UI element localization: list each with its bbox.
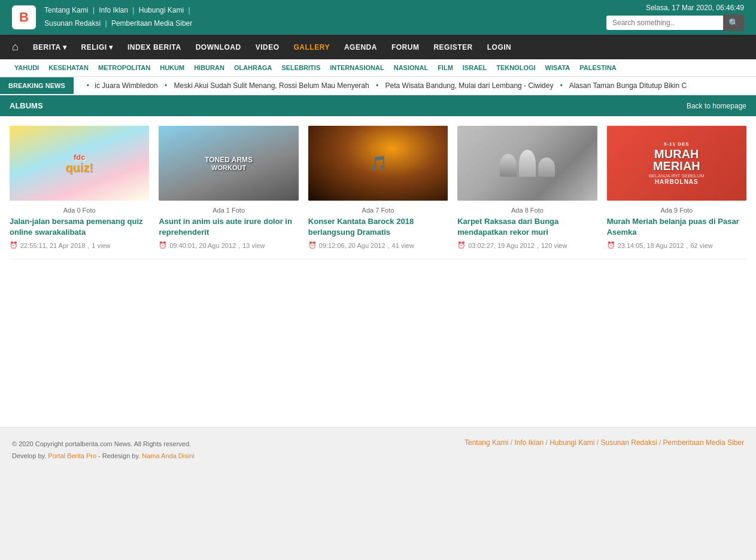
- album-views-2: 13 view: [242, 242, 265, 249]
- album-title-3[interactable]: Konser Kantata Barock 2018 berlangsung D…: [308, 216, 448, 238]
- topbar-right: Selasa, 17 Mar 2020, 06:46:49 🔍: [606, 4, 744, 31]
- subnav-kesehatan[interactable]: KESEHATAN: [44, 62, 93, 73]
- footer-left: © 2020 Copyright portalberita.com News. …: [12, 438, 195, 462]
- album-meta-4: ⏰ 03:02:27, 19 Agu 2012, 120 view: [457, 241, 597, 249]
- hubungi-kami-link[interactable]: Hubungi Kami: [139, 6, 184, 14]
- footer: © 2020 Copyright portalberita.com News. …: [0, 427, 756, 473]
- breaking-news-text: • ic Juara Wimbledon • Meski Akui Sudah …: [74, 77, 696, 95]
- topbar-links: Tentang Kami | Info Iklan | Hubungi Kami…: [44, 4, 193, 30]
- album-meta-1: ⏰ 22:55:11, 21 Apr 2018, 1 view: [10, 241, 149, 249]
- logo-letter: B: [19, 11, 29, 24]
- breaking-text-1: ic Juara Wimbledon: [95, 81, 157, 90]
- clock-icon-1: ⏰: [10, 241, 18, 249]
- nav-login[interactable]: LOGIN: [480, 36, 519, 59]
- nav-index-berita[interactable]: INDEX BERITA: [120, 36, 189, 59]
- album-views-4: 120 view: [541, 242, 567, 249]
- subnav-wisata[interactable]: WISATA: [541, 62, 575, 73]
- breaking-separator-1: •: [165, 81, 167, 90]
- info-iklan-link[interactable]: Info Iklan: [99, 6, 128, 14]
- subnav-metropolitan[interactable]: METROPOLITAN: [93, 62, 155, 73]
- album-views-3: 41 view: [392, 242, 414, 249]
- search-input[interactable]: [606, 16, 723, 30]
- footer-tentang-link[interactable]: Tentang Kami: [464, 438, 508, 447]
- footer-susunan-link[interactable]: Susunan Redaksi: [601, 438, 657, 447]
- nav-religi[interactable]: RELIGI ▾: [74, 36, 120, 59]
- breaking-news-label: BREAKING NEWS: [0, 77, 74, 94]
- album-thumb-4: [457, 126, 597, 201]
- album-card-2[interactable]: TONED ARMS WORKOUT Ada 1 Foto Asunt in a…: [159, 126, 298, 249]
- clock-icon-5: ⏰: [607, 241, 615, 249]
- search-form: 🔍: [606, 14, 744, 31]
- footer-name-link[interactable]: Nama Anda Disini: [142, 452, 194, 459]
- album-time-3: 09:12:06, 20 Agu 2012: [319, 242, 385, 249]
- album-card-3[interactable]: 🎵 Ada 7 Foto Konser Kantata Barock 2018 …: [308, 126, 448, 249]
- breaking-item-1: •: [87, 81, 89, 90]
- subnav-teknologi[interactable]: TEKNOLOGI: [491, 62, 540, 73]
- clock-icon-4: ⏰: [457, 241, 466, 249]
- album-time-4: 03:02:27, 19 Agu 2012: [468, 242, 535, 249]
- album-count-5: Ada 9 Foto: [607, 207, 746, 214]
- album-thumb-5: 9-11 DES MURAH MERIAH BELANJA IRIT SEBEL…: [607, 126, 746, 201]
- album-time-2: 09:40:01, 20 Agu 2012: [169, 242, 236, 249]
- album-meta-2: ⏰ 09:40:01, 20 Agu 2012, 13 view: [159, 241, 298, 249]
- album-meta-3: ⏰ 09:12:06, 20 Agu 2012, 41 view: [308, 241, 448, 249]
- subnav-hiburan[interactable]: HIBURAN: [189, 62, 229, 73]
- albums-grid: fdc quiz! Ada 0 Foto Jalan-jalan bersama…: [0, 116, 756, 259]
- album-thumb-2: TONED ARMS WORKOUT: [159, 126, 298, 201]
- album-views-1: 1 view: [92, 242, 110, 249]
- breaking-separator-2: •: [376, 81, 378, 90]
- footer-portal-link[interactable]: Portal Berita Pro: [48, 452, 96, 459]
- album-title-2[interactable]: Asunt in anim uis aute irure dolor in re…: [159, 216, 298, 238]
- album-title-1[interactable]: Jalan-jalan bersama pemenang quiz online…: [10, 216, 149, 238]
- album-card-1[interactable]: fdc quiz! Ada 0 Foto Jalan-jalan bersama…: [10, 126, 149, 249]
- tentang-kami-link[interactable]: Tentang Kami: [44, 6, 88, 14]
- album-title-4[interactable]: Karpet Raksasa dari Bunga mendapatkan re…: [457, 216, 597, 238]
- album-count-2: Ada 1 Foto: [159, 207, 298, 214]
- breaking-text-3: Peta Wisata Bandung, Mulai dari Lembang …: [385, 81, 554, 90]
- main-content: ALBUMS Back to homepage fdc quiz! Ada 0 …: [0, 95, 756, 427]
- breaking-text-4: Alasan Taman Bunga Ditutup Bikin C: [569, 81, 687, 90]
- subnav-palestina[interactable]: PALESTINA: [575, 62, 621, 73]
- album-card-4[interactable]: Ada 8 Foto Karpet Raksasa dari Bunga men…: [457, 126, 597, 249]
- subnav-hukum[interactable]: HUKUM: [155, 62, 189, 73]
- main-nav: ⌂ BERITA ▾ RELIGI ▾ INDEX BERITA DOWNLOA…: [0, 35, 756, 59]
- nav-register[interactable]: REGISTER: [426, 36, 479, 59]
- album-card-5[interactable]: 9-11 DES MURAH MERIAH BELANJA IRIT SEBEL…: [607, 126, 746, 249]
- nav-berita[interactable]: BERITA ▾: [26, 36, 74, 59]
- clock-icon-3: ⏰: [308, 241, 317, 249]
- subnav-yahudi[interactable]: YAHUDI: [10, 62, 44, 73]
- footer-sep-4: /: [659, 438, 663, 447]
- album-thumb-1: fdc quiz!: [10, 126, 149, 201]
- subnav-olahraga[interactable]: OLAHRAGA: [229, 62, 277, 73]
- footer-info-link[interactable]: Info Iklan: [514, 438, 544, 447]
- nav-home[interactable]: ⌂: [5, 35, 26, 59]
- footer-develop: Develop by. Portal Berita Pro - Redesign…: [12, 450, 195, 462]
- susunan-redaksi-link[interactable]: Susunan Redaksi: [44, 19, 101, 28]
- search-button[interactable]: 🔍: [723, 14, 744, 31]
- album-thumb-3: 🎵: [308, 126, 448, 201]
- top-bar: B Tentang Kami | Info Iklan | Hubungi Ka…: [0, 0, 756, 35]
- nav-video[interactable]: VIDEO: [248, 36, 287, 59]
- albums-title: ALBUMS: [10, 101, 43, 110]
- footer-hubungi-link[interactable]: Hubungi Kami: [549, 438, 594, 447]
- subnav-selebritis[interactable]: SELEBRITIS: [277, 62, 325, 73]
- album-meta-5: ⏰ 23:14:05, 18 Agu 2012, 62 view: [607, 241, 746, 249]
- subnav-nasional[interactable]: NASIONAL: [389, 62, 433, 73]
- breaking-news-bar: BREAKING NEWS • ic Juara Wimbledon • Mes…: [0, 77, 756, 95]
- album-title-5[interactable]: Murah Meriah belanja puas di Pasar Asemk…: [607, 216, 746, 238]
- subnav-film[interactable]: FILM: [433, 62, 458, 73]
- logo: B: [12, 5, 36, 29]
- back-to-homepage-link[interactable]: Back to homepage: [687, 102, 746, 110]
- nav-agenda[interactable]: AGENDA: [337, 36, 384, 59]
- subnav-internasional[interactable]: INTERNASIONAL: [325, 62, 388, 73]
- subnav-israel[interactable]: ISRAEL: [458, 62, 491, 73]
- pemberitaan-link[interactable]: Pemberitaan Media Siber: [111, 19, 192, 28]
- nav-gallery[interactable]: GALLERY: [287, 36, 337, 59]
- sub-nav: YAHUDI KESEHATAN METROPOLITAN HUKUM HIBU…: [0, 59, 756, 77]
- datetime: Selasa, 17 Mar 2020, 06:46:49: [646, 4, 744, 12]
- nav-download[interactable]: DOWNLOAD: [189, 36, 248, 59]
- breaking-separator-3: •: [560, 81, 563, 90]
- album-time-5: 23:14:05, 18 Agu 2012: [618, 242, 684, 249]
- footer-pemberitaan-link[interactable]: Pemberitaan Media Siber: [663, 438, 744, 447]
- nav-forum[interactable]: FORUM: [384, 36, 427, 59]
